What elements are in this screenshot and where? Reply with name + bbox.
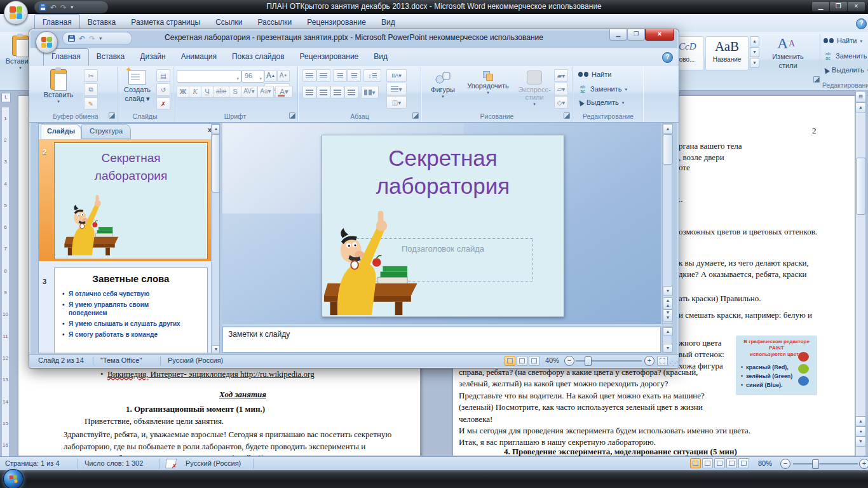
zoom-out-icon[interactable]: − bbox=[780, 459, 790, 469]
shrink-font-button[interactable]: А▼ bbox=[277, 70, 290, 82]
word-restore-button[interactable]: ❒ bbox=[830, 2, 847, 11]
undo-icon[interactable]: ↶ bbox=[79, 36, 85, 42]
word-view-outline-button[interactable] bbox=[726, 458, 737, 468]
ppt-replace-button[interactable]: abac Заменить bbox=[578, 85, 627, 93]
word-find-button[interactable]: Найти bbox=[824, 37, 862, 44]
next-slide-button[interactable]: ▼▼ bbox=[663, 309, 673, 322]
strikethrough-button[interactable]: abe bbox=[213, 86, 229, 98]
quick-styles-button[interactable]: Экспресс-стили bbox=[515, 71, 554, 105]
ppt-zoom-level[interactable]: 40% bbox=[545, 356, 559, 364]
slide-layout-button[interactable]: ▤ bbox=[156, 69, 170, 82]
underline-button[interactable]: Ч bbox=[201, 86, 214, 98]
browse-object-icon[interactable]: ● bbox=[855, 426, 866, 437]
word-vertical-scrollbar[interactable] bbox=[855, 90, 866, 456]
gallery-more-icon[interactable]: ▼ bbox=[750, 58, 759, 68]
save-icon[interactable] bbox=[39, 4, 46, 11]
ppt-ribbon-tab[interactable]: Вставка bbox=[89, 48, 133, 65]
browse-previous-icon[interactable]: ▲ bbox=[855, 416, 866, 426]
cut-button[interactable]: ✂ bbox=[84, 69, 98, 82]
ppt-zoom-slider-thumb[interactable] bbox=[585, 356, 592, 366]
italic-button[interactable]: К bbox=[189, 86, 201, 98]
paragraph-dialog-launcher[interactable] bbox=[412, 112, 419, 119]
qat-customize-icon[interactable]: ▾ bbox=[71, 4, 73, 10]
word-scrollbar-thumb[interactable] bbox=[856, 158, 866, 215]
justify-button[interactable] bbox=[344, 86, 358, 98]
slide-indicator[interactable]: Слайд 2 из 14 bbox=[38, 356, 84, 364]
word-view-draft-button[interactable] bbox=[738, 458, 749, 468]
word-office-button[interactable] bbox=[4, 1, 28, 25]
ppt-find-button[interactable]: Найти bbox=[578, 71, 611, 78]
word-style-item-2[interactable]: АаВ Название bbox=[705, 36, 749, 71]
panel-scrollbar-thumb[interactable] bbox=[212, 134, 220, 193]
align-left-button[interactable] bbox=[302, 86, 316, 98]
word-language-indicator[interactable]: Русский (Россия) bbox=[186, 459, 241, 467]
slide-reset-button[interactable]: ↺ bbox=[156, 83, 170, 96]
font-color-button[interactable]: А▾ bbox=[275, 86, 293, 98]
clipboard-dialog-launcher[interactable] bbox=[109, 112, 115, 119]
spellcheck-icon[interactable]: ✗ bbox=[165, 459, 177, 468]
drawing-dialog-launcher[interactable] bbox=[564, 112, 570, 119]
word-vertical-ruler[interactable]: 12345678910111213141516 bbox=[1, 107, 10, 457]
decrease-indent-button[interactable] bbox=[333, 69, 347, 82]
slide-delete-button[interactable]: ✗ bbox=[156, 97, 170, 110]
ppt-minimize-button[interactable]: ▁ bbox=[609, 29, 627, 41]
word-help-icon[interactable] bbox=[856, 18, 867, 29]
shape-outline-button[interactable]: ▱▾ bbox=[554, 83, 568, 95]
ppt-close-button[interactable]: × bbox=[645, 29, 674, 41]
slide2-row-selected[interactable]: 2 Секретная лаборатория bbox=[39, 139, 212, 261]
scroll-up-icon[interactable]: ▲ bbox=[855, 102, 866, 112]
font-name-combobox[interactable] bbox=[177, 70, 241, 83]
redo-icon[interactable]: ↷ bbox=[89, 36, 95, 42]
gallery-down-icon[interactable]: ▼ bbox=[750, 47, 759, 57]
change-case-button[interactable]: Aa▾ bbox=[257, 86, 274, 98]
notes-pane[interactable]: Заметки к слайду bbox=[222, 327, 661, 353]
ppt-slide-editor[interactable]: Секретная лаборатория Подзаголовок слайд… bbox=[222, 123, 661, 324]
word-close-button[interactable]: × bbox=[848, 2, 865, 11]
editor-scrollbar-thumb[interactable] bbox=[663, 134, 673, 165]
align-right-button[interactable] bbox=[330, 86, 344, 98]
panel-tab-outline[interactable]: Структура bbox=[81, 124, 131, 139]
word-change-styles-button[interactable]: АА Изменить стили bbox=[763, 35, 813, 69]
word-tab-selector[interactable]: L bbox=[1, 93, 11, 102]
zoom-in-icon[interactable]: + bbox=[859, 459, 868, 469]
zoom-in-icon[interactable]: + bbox=[644, 356, 654, 366]
qat-customize-icon[interactable]: ▾ bbox=[99, 36, 102, 41]
font-dialog-launcher[interactable] bbox=[289, 112, 295, 119]
fit-to-window-button[interactable] bbox=[657, 356, 668, 366]
text-shadow-button[interactable]: S bbox=[229, 86, 241, 98]
word-ruler-toggle-button[interactable]: ▤ bbox=[855, 92, 866, 102]
word-select-button[interactable]: Выделить bbox=[824, 66, 868, 74]
notes-splitter[interactable] bbox=[222, 324, 672, 326]
ppt-view-slideshow-button[interactable] bbox=[529, 356, 539, 366]
grow-font-button[interactable]: А▲ bbox=[264, 70, 277, 82]
line-spacing-button[interactable]: ↕ bbox=[363, 69, 381, 82]
text-direction-button[interactable]: ІІА▾ bbox=[386, 69, 407, 82]
scroll-down-icon[interactable]: ▼ bbox=[212, 345, 220, 353]
word-replace-button[interactable]: abac Заменить bbox=[824, 51, 867, 60]
word-zoom-slider[interactable] bbox=[793, 463, 858, 464]
new-slide-button[interactable]: Создать слайд ▾ bbox=[121, 71, 154, 102]
slide3-thumbnail[interactable]: Заветные слова Я отлично себя чувствуюЯ … bbox=[54, 268, 208, 353]
slide-title-placeholder[interactable]: Секретная лаборатория bbox=[322, 144, 564, 200]
shapes-button[interactable]: Фигуры bbox=[426, 71, 460, 98]
start-button[interactable] bbox=[2, 468, 24, 488]
ppt-ribbon-tab[interactable]: Рецензирование bbox=[292, 48, 367, 65]
smartart-convert-button[interactable]: ◫▾ bbox=[386, 96, 407, 109]
align-text-button[interactable]: ▾ bbox=[386, 83, 407, 95]
character-spacing-button[interactable]: AV▾ bbox=[241, 86, 257, 98]
ppt-office-button[interactable] bbox=[36, 31, 58, 53]
resize-grip[interactable]: ⋰⋰ bbox=[667, 360, 677, 367]
ppt-restore-button[interactable]: ❒ bbox=[627, 29, 645, 41]
theme-indicator[interactable]: "Тема Office" bbox=[100, 356, 142, 364]
scroll-up-icon[interactable]: ▲ bbox=[663, 327, 673, 336]
browse-next-icon[interactable]: ▼ bbox=[855, 437, 866, 447]
bullets-button[interactable] bbox=[302, 69, 316, 82]
panel-tab-slides[interactable]: Слайды bbox=[41, 124, 81, 139]
ppt-view-sorter-button[interactable] bbox=[517, 356, 527, 366]
align-center-button[interactable] bbox=[316, 86, 330, 98]
font-size-combobox[interactable]: 96 bbox=[241, 70, 264, 83]
word-view-fullscreen-button[interactable] bbox=[702, 458, 713, 468]
zoom-out-icon[interactable]: − bbox=[564, 356, 574, 366]
word-zoom-level[interactable]: 80% bbox=[758, 459, 772, 467]
scroll-up-icon[interactable]: ▲ bbox=[212, 125, 220, 133]
